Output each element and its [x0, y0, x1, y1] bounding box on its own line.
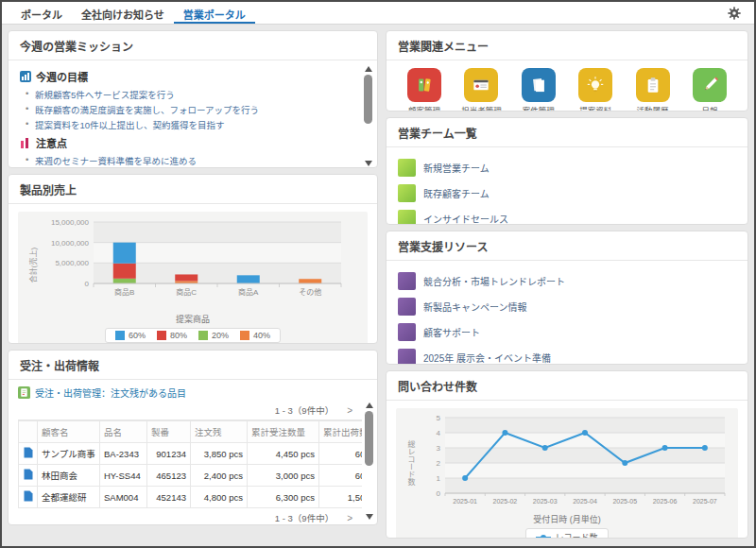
menu-item-label: 担当者管理: [456, 104, 506, 111]
team-label: インサイドセールス: [423, 212, 508, 225]
svg-text:2025-07: 2025-07: [693, 498, 717, 505]
cell-backlog: 3,850 pcs: [191, 443, 248, 465]
menu-item-customers[interactable]: 顧客管理: [400, 68, 449, 111]
svg-text:5,000,000: 5,000,000: [55, 259, 89, 267]
gear-icon: [728, 7, 741, 20]
legend-item[interactable]: 80%: [157, 331, 187, 340]
pagination-info: 1 - 3（9件中）: [275, 403, 334, 417]
menu-item-contacts[interactable]: 担当者管理: [456, 68, 506, 111]
table-header-row: 顧客名 品名 製番 注文残 累計受注数量 累計出荷数量: [19, 421, 363, 443]
svg-text:商品A: 商品A: [238, 287, 259, 297]
legend-item[interactable]: 20%: [198, 331, 229, 340]
cell-serial: 452143: [147, 487, 191, 508]
bar-chart-area: 合計(売上) 05,000,00010,000,00015,000,000商品B…: [18, 212, 368, 344]
menu-item-label: 案件管理: [514, 104, 563, 111]
record-detail-button[interactable]: [19, 443, 38, 465]
team-link-new-sales[interactable]: 新規営業チーム: [398, 155, 736, 180]
goal-item: 新規顧客5件へサービス提案を行う: [26, 87, 352, 102]
menu-item-activity[interactable]: 活動履歴: [628, 68, 678, 111]
svg-text:商品B: 商品B: [114, 287, 134, 297]
space-icon: [398, 272, 416, 290]
menu-item-deals[interactable]: 案件管理: [514, 68, 563, 111]
cautions-heading-row: 注意点: [20, 135, 352, 150]
svg-text:その他: その他: [299, 287, 321, 297]
panel-title: 製品別売上: [9, 175, 377, 204]
lightbulb-icon: [583, 73, 608, 97]
tab-company-news[interactable]: 全社向けお知らせ: [72, 2, 174, 24]
legend-label: レコード数: [555, 531, 597, 539]
svg-text:5: 5: [437, 414, 441, 422]
cautions-list: 来週のセミナー資料準備を早めに進める 商談資料は最新版に更新し、不明点を解消する…: [26, 153, 352, 168]
menu-item-proposals[interactable]: 提案資料: [571, 68, 620, 111]
document-icon: [24, 490, 33, 502]
resource-label: 新製品キャンペーン情報: [423, 300, 527, 314]
cell-shipped: 600 pcs: [319, 443, 363, 465]
line-chart-ylabel: 総レコード数: [404, 440, 417, 486]
cell-ordered: 4,450 pcs: [248, 443, 319, 465]
goal-item: 提案資料を10件以上提出し、契約獲得を目指す: [26, 117, 352, 132]
team-link-existing-customers[interactable]: 既存顧客チーム: [398, 180, 736, 206]
menu-item-label: 日報: [685, 104, 734, 111]
svg-text:0: 0: [85, 280, 90, 288]
scroll-up-icon[interactable]: [365, 66, 372, 72]
legend-item[interactable]: 40%: [240, 331, 270, 340]
settings-button[interactable]: [724, 2, 745, 24]
scroll-track[interactable]: [364, 75, 372, 158]
team-link-inside-sales[interactable]: インサイドセールス: [398, 206, 736, 225]
svg-text:1: 1: [437, 474, 441, 483]
svg-text:3: 3: [437, 444, 441, 453]
cell-ordered: 6,300 pcs: [248, 487, 319, 508]
menu-item-label: 顧客管理: [400, 104, 449, 111]
resource-link-campaign-info[interactable]: 新製品キャンペーン情報: [398, 294, 736, 319]
orders-app-link[interactable]: 受注・出荷管理：注文残がある品目: [18, 385, 369, 400]
tab-sales-portal[interactable]: 営業ポータル: [174, 2, 255, 24]
resource-link-exhibition-prep[interactable]: 2025年 展示会・イベント準備: [398, 345, 736, 365]
goals-list: 新規顧客5件へサービス提案を行う 既存顧客の満足度調査を実施し、フォローアップを…: [26, 87, 352, 132]
svg-text:4: 4: [437, 429, 441, 437]
pagination-next-icon[interactable]: >: [347, 513, 352, 523]
bar-chart-legend[interactable]: 60%80%20%40%: [105, 328, 281, 343]
line-chart-legend[interactable]: レコード数: [525, 528, 608, 539]
pagination-next-icon[interactable]: >: [347, 405, 352, 416]
app-window: ポータル 全社向けお知らせ 営業ポータル: [0, 0, 756, 548]
alert-icon: [20, 137, 31, 148]
scroll-thumb[interactable]: [364, 75, 372, 124]
panel-weekly-mission: 今週の営業ミッション 今週の目標 新規顧客5件へサービス提案を行う 既存: [8, 30, 378, 168]
panel-inquiry-count: 問い合わせ件数 総レコード数 0123452025-012025-022025-…: [386, 370, 748, 539]
record-detail-button[interactable]: [19, 487, 38, 508]
scroll-down-icon[interactable]: [366, 514, 373, 520]
space-icon: [398, 323, 416, 341]
line-marker-icon: [536, 534, 551, 539]
legend-label: 60%: [129, 331, 146, 340]
scroll-thumb[interactable]: [365, 411, 373, 466]
space-icon: [398, 349, 416, 365]
resource-link-customer-support[interactable]: 顧客サポート: [398, 319, 736, 345]
tab-portal[interactable]: ポータル: [11, 2, 72, 24]
resource-label: 顧客サポート: [423, 325, 480, 339]
menu-item-daily-report[interactable]: 日報: [685, 68, 734, 111]
scroll-down-icon[interactable]: [365, 161, 372, 166]
table-row[interactable]: 林田商会 HY-SS44 465123 2,400 pcs 3,000 pcs …: [19, 465, 363, 487]
orders-table-viewport: 顧客名 品名 製番 注文残 累計受注数量 累計出荷数量: [18, 420, 362, 508]
chart-bars-icon: [20, 71, 31, 82]
svg-text:0: 0: [437, 489, 441, 498]
panel-sales-resources: 営業支援リソース 競合分析・市場トレンドレポート 新製品キャンペーン情報 顧客サ…: [386, 231, 748, 365]
cell-ordered: 3,000 pcs: [248, 465, 319, 487]
orders-table: 顧客名 品名 製番 注文残 累計受注数量 累計出荷数量: [18, 420, 362, 508]
cell-item: BA-2343: [100, 443, 147, 465]
panel-product-sales: 製品別売上 合計(売上) 05,000,00010,000,00015,000,…: [8, 174, 378, 344]
resource-link-market-trends[interactable]: 競合分析・市場トレンドレポート: [398, 268, 736, 294]
space-icon: [398, 184, 416, 202]
legend-item[interactable]: 60%: [115, 331, 146, 340]
portal-tab-bar: ポータル 全社向けお知らせ 営業ポータル: [2, 2, 754, 25]
record-detail-button[interactable]: [19, 465, 38, 487]
table-row[interactable]: 全都運総研 SAM004 452143 4,800 pcs 6,300 pcs …: [19, 487, 363, 508]
scroll-track[interactable]: [365, 411, 373, 511]
svg-text:商品C: 商品C: [176, 287, 197, 297]
table-row[interactable]: サンプル商事 BA-2343 901234 3,850 pcs 4,450 pc…: [19, 443, 363, 465]
clipboard-icon: [641, 73, 665, 97]
line-chart-plot: 0123452025-012025-022025-032025-042025-0…: [417, 414, 730, 512]
svg-text:10,000,000: 10,000,000: [51, 239, 90, 248]
scroll-up-icon[interactable]: [366, 402, 373, 408]
svg-text:2: 2: [437, 459, 441, 468]
